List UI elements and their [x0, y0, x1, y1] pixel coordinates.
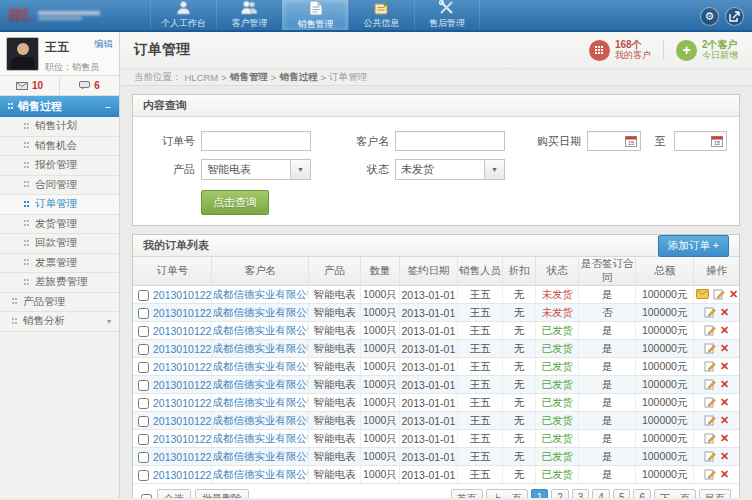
page-button-2[interactable]: 2: [551, 489, 569, 498]
delete-icon[interactable]: ✕: [720, 325, 729, 336]
page-button-尾页[interactable]: 尾页: [699, 489, 731, 498]
breadcrumb-part[interactable]: 销售管理: [230, 71, 268, 84]
customer-input[interactable]: [395, 131, 505, 151]
add-order-button[interactable]: 添加订单 +: [658, 235, 729, 257]
delete-icon[interactable]: ✕: [720, 415, 729, 426]
my-customers-stat[interactable]: 168个 我的客户: [589, 39, 651, 61]
row-checkbox[interactable]: [138, 452, 149, 463]
edit-profile-link[interactable]: 编辑: [94, 38, 113, 51]
page-button-5[interactable]: 5: [613, 489, 631, 498]
status-select[interactable]: 未发货 ▼: [395, 159, 505, 180]
row-checkbox[interactable]: [138, 380, 149, 391]
delete-icon[interactable]: ✕: [729, 289, 738, 300]
delete-icon[interactable]: ✕: [720, 379, 729, 390]
order-no-link[interactable]: 201301012257: [153, 289, 212, 301]
order-no-link[interactable]: 201301012257: [153, 469, 212, 481]
breadcrumb-part[interactable]: 订单管理: [329, 71, 367, 84]
customer-link[interactable]: 成都信德实业有限公司: [212, 396, 308, 408]
edit-icon[interactable]: [704, 450, 716, 464]
row-checkbox[interactable]: [138, 326, 149, 337]
mail-counter[interactable]: 10: [0, 76, 59, 95]
customer-link[interactable]: 成都信德实业有限公司: [212, 432, 308, 444]
logout-icon[interactable]: [725, 7, 744, 26]
order-no-link[interactable]: 201301012257: [153, 361, 212, 373]
breadcrumb-part[interactable]: 销售过程: [279, 71, 317, 84]
edit-icon[interactable]: [704, 324, 716, 338]
settings-gear-icon[interactable]: ⚙: [700, 7, 719, 26]
row-checkbox[interactable]: [138, 434, 149, 445]
delete-icon[interactable]: ✕: [720, 307, 729, 318]
sidebar-item-发票管理[interactable]: 发票管理: [0, 254, 119, 274]
order-no-link[interactable]: 201301012257: [153, 307, 212, 319]
sidebar-group-sales-process[interactable]: 销售过程 −: [0, 96, 119, 117]
customer-link[interactable]: 成都信德实业有限公司: [212, 450, 308, 462]
nav-item-销售管理[interactable]: 销售管理: [282, 0, 348, 30]
order-no-link[interactable]: 201301012257: [153, 433, 212, 445]
order-no-input[interactable]: [201, 131, 311, 151]
search-button[interactable]: 点击查询: [201, 190, 269, 215]
product-select[interactable]: 智能电表 ▼: [201, 159, 311, 180]
breadcrumb-part[interactable]: HLCRM: [185, 72, 219, 83]
message-counter[interactable]: 6: [59, 76, 119, 95]
nav-item-个人工作台[interactable]: 个人工作台: [150, 0, 216, 30]
sidebar-item-订单管理[interactable]: 订单管理: [0, 195, 119, 215]
row-checkbox[interactable]: [138, 398, 149, 409]
delete-icon[interactable]: ✕: [720, 469, 729, 480]
edit-icon[interactable]: [704, 396, 716, 410]
collapse-icon[interactable]: −: [105, 101, 111, 113]
batch-delete-button[interactable]: 批量删除: [195, 489, 249, 498]
order-no-link[interactable]: 201301012257: [153, 343, 212, 355]
mail-icon[interactable]: [696, 289, 709, 301]
page-button-1[interactable]: 1: [531, 489, 549, 498]
nav-item-公共信息[interactable]: 公共信息: [348, 0, 414, 30]
order-no-link[interactable]: 201301012257: [153, 451, 212, 463]
page-button-上一页[interactable]: 上一页: [486, 489, 528, 498]
order-no-link[interactable]: 201301012257: [153, 379, 212, 391]
delete-icon[interactable]: ✕: [720, 397, 729, 408]
sidebar-item-报价管理[interactable]: 报价管理: [0, 156, 119, 176]
edit-icon[interactable]: [704, 378, 716, 392]
row-checkbox[interactable]: [138, 344, 149, 355]
order-no-link[interactable]: 201301012257: [153, 415, 212, 427]
edit-icon[interactable]: [704, 414, 716, 428]
row-checkbox[interactable]: [138, 416, 149, 427]
nav-item-售后管理[interactable]: 售后管理: [414, 0, 480, 30]
edit-icon[interactable]: [704, 342, 716, 356]
customer-link[interactable]: 成都信德实业有限公司: [212, 324, 308, 336]
date-from-input[interactable]: 15: [587, 131, 641, 151]
page-button-6[interactable]: 6: [633, 489, 651, 498]
sidebar-item-发货管理[interactable]: 发货管理: [0, 215, 119, 235]
edit-icon[interactable]: [713, 288, 725, 302]
row-checkbox[interactable]: [138, 290, 149, 301]
customer-link[interactable]: 成都信德实业有限公司: [212, 378, 308, 390]
select-all-checkbox[interactable]: [141, 494, 152, 499]
edit-icon[interactable]: [704, 306, 716, 320]
sidebar-item-销售机会[interactable]: 销售机会: [0, 137, 119, 157]
page-button-3[interactable]: 3: [572, 489, 590, 498]
customer-link[interactable]: 成都信德实业有限公司: [212, 306, 308, 318]
delete-icon[interactable]: ✕: [720, 451, 729, 462]
page-button-首页[interactable]: 首页: [451, 489, 483, 498]
edit-icon[interactable]: [704, 360, 716, 374]
row-checkbox[interactable]: [138, 308, 149, 319]
delete-icon[interactable]: ✕: [720, 343, 729, 354]
customer-link[interactable]: 成都信德实业有限公司: [212, 468, 308, 480]
date-to-input[interactable]: 15: [674, 131, 728, 151]
sidebar-item-差旅费管理[interactable]: 差旅费管理: [0, 273, 119, 293]
row-checkbox[interactable]: [138, 470, 149, 481]
sidebar-item-产品管理[interactable]: 产品管理: [0, 293, 119, 313]
select-all-button[interactable]: 全选: [157, 489, 191, 498]
sidebar-item-回款管理[interactable]: 回款管理: [0, 234, 119, 254]
customer-link[interactable]: 成都信德实业有限公司: [212, 360, 308, 372]
new-today-stat[interactable]: + 2个客户 今日新增: [676, 39, 738, 61]
page-button-下一页[interactable]: 下一页: [654, 489, 696, 498]
row-checkbox[interactable]: [138, 362, 149, 373]
customer-link[interactable]: 成都信德实业有限公司: [212, 342, 308, 354]
edit-icon[interactable]: [704, 432, 716, 446]
page-button-4[interactable]: 4: [592, 489, 610, 498]
edit-icon[interactable]: [704, 468, 716, 482]
customer-link[interactable]: 成都信德实业有限公司: [212, 288, 308, 300]
nav-item-客户管理[interactable]: 客户管理: [216, 0, 282, 30]
sidebar-item-销售分析[interactable]: 销售分析▾: [0, 312, 119, 332]
order-no-link[interactable]: 201301012257: [153, 325, 212, 337]
